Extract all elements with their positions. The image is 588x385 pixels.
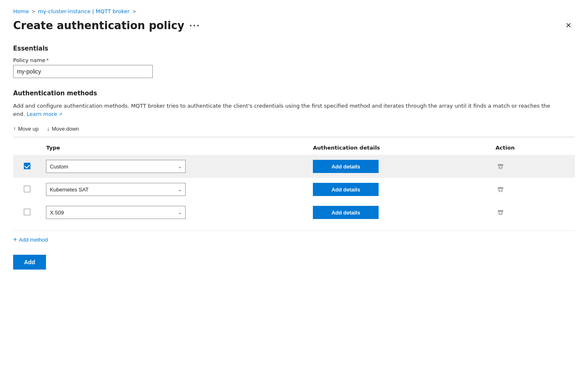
- arrow-down-icon: ↓: [47, 125, 50, 132]
- breadcrumb-instance[interactable]: my-cluster-instance | MQTT broker: [38, 8, 130, 14]
- type-select[interactable]: CustomKubernetes SATX.509: [46, 206, 186, 219]
- breadcrumb: Home > my-cluster-instance | MQTT broker…: [13, 8, 575, 14]
- table-row: CustomKubernetes SATX.509⌄Add details: [13, 201, 575, 224]
- table-row: CustomKubernetes SATX.509⌄Add details: [13, 178, 575, 201]
- move-down-button[interactable]: ↓ Move down: [47, 124, 79, 134]
- close-button[interactable]: ✕: [562, 20, 575, 31]
- plus-icon: +: [13, 236, 17, 243]
- add-method-button[interactable]: + Add method: [13, 234, 48, 245]
- policy-name-label: Policy name*: [13, 57, 575, 63]
- table-row: CustomKubernetes SATX.509⌄Add details: [13, 155, 575, 178]
- col-header-type: Type: [41, 141, 308, 155]
- add-method-row: + Add method: [13, 231, 575, 245]
- trash-icon: [497, 186, 504, 193]
- move-controls: ↑ Move up ↓ Move down: [13, 124, 575, 137]
- external-link-icon: ↗: [57, 112, 62, 117]
- delete-row-button[interactable]: [496, 184, 505, 194]
- breadcrumb-home[interactable]: Home: [13, 8, 29, 14]
- type-select[interactable]: CustomKubernetes SATX.509: [46, 183, 186, 196]
- trash-icon: [497, 209, 504, 216]
- col-header-check: [13, 141, 41, 155]
- add-details-button[interactable]: Add details: [313, 183, 379, 196]
- col-header-auth-details: Authentication details: [308, 141, 491, 155]
- methods-table: Type Authentication details Action Custo…: [13, 141, 575, 224]
- delete-row-button[interactable]: [496, 207, 505, 217]
- row-checkbox[interactable]: [24, 186, 30, 192]
- essentials-title: Essentials: [13, 45, 575, 52]
- row-checkbox[interactable]: [24, 163, 30, 169]
- add-details-button[interactable]: Add details: [313, 206, 379, 219]
- trash-icon: [497, 163, 504, 170]
- arrow-up-icon: ↑: [13, 125, 16, 132]
- add-details-button[interactable]: Add details: [313, 160, 379, 173]
- auth-methods-title: Authentication methods: [13, 90, 575, 97]
- add-submit-button[interactable]: Add: [13, 255, 46, 270]
- row-checkbox[interactable]: [24, 209, 30, 215]
- more-options-icon[interactable]: ···: [189, 21, 200, 30]
- page-title: Create authentication policy: [13, 19, 184, 32]
- svg-rect-3: [498, 188, 503, 188]
- move-up-button[interactable]: ↑ Move up: [13, 124, 39, 134]
- page-header: Create authentication policy ··· ✕: [13, 19, 575, 32]
- breadcrumb-sep1: >: [31, 9, 35, 14]
- svg-rect-6: [498, 211, 503, 211]
- table-header-row: Type Authentication details Action: [13, 141, 575, 155]
- auth-methods-section: Authentication methods Add and configure…: [13, 90, 575, 270]
- auth-methods-description: Add and configure authentication methods…: [13, 102, 555, 118]
- policy-name-input[interactable]: [13, 65, 153, 78]
- delete-row-button[interactable]: [496, 161, 505, 171]
- col-header-action: Action: [491, 141, 575, 155]
- svg-rect-0: [498, 165, 503, 165]
- essentials-section: Essentials Policy name*: [13, 45, 575, 78]
- breadcrumb-sep2: >: [132, 9, 136, 14]
- type-select[interactable]: CustomKubernetes SATX.509: [46, 160, 186, 173]
- learn-more-link[interactable]: Learn more ↗: [27, 111, 62, 117]
